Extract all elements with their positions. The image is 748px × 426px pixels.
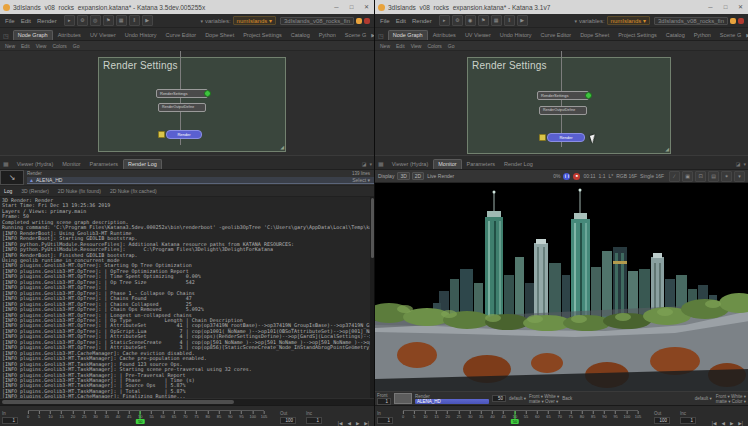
gear-icon[interactable]: ⚙ (452, 15, 463, 26)
tab[interactable]: Dope Sheet (201, 31, 238, 40)
check-icon[interactable]: ◉ (465, 15, 476, 26)
log-filter[interactable]: 2D Nuke (fix found) (58, 188, 101, 194)
scene-name-field[interactable]: 3dIslands_v08_rocks_fin (654, 17, 728, 25)
monitor-image-area[interactable] (375, 183, 748, 391)
dimension-button[interactable]: 2D (412, 172, 424, 180)
tab[interactable]: Catalog (287, 31, 314, 40)
gear-icon[interactable]: ⚙ (77, 15, 88, 26)
nodegraph-menu-item[interactable]: Colors (427, 43, 441, 49)
pin-icon[interactable]: ◪ (362, 161, 367, 167)
variables-control[interactable]: ▾ variables: numIslands ▾ (574, 16, 650, 25)
step-forward-icon[interactable]: ▶| (737, 420, 744, 426)
pop-out-arrow-icon[interactable]: ↘ (0, 170, 24, 185)
tab[interactable]: Curve Editor (537, 31, 576, 40)
catalog-entry[interactable]: Render ALENA_HD (415, 394, 489, 404)
flag-icon[interactable]: ⚑ (103, 15, 114, 26)
inc-field[interactable]: 1 (306, 417, 322, 424)
flag-icon[interactable]: ⚑ (478, 15, 489, 26)
render-pass-name[interactable]: ALENA_HD (415, 399, 489, 404)
panel-menu-icon[interactable]: ▾ (743, 161, 746, 167)
selected-render-item[interactable]: ▲ ALENA_HD Select ▾ (27, 177, 374, 184)
catalog-thumbnail[interactable] (394, 393, 412, 404)
tab[interactable]: Project Settings (239, 31, 286, 40)
minimize-icon[interactable]: ─ (703, 0, 718, 14)
target-icon[interactable]: ◎ (90, 15, 101, 26)
tab[interactable]: Python (690, 31, 715, 40)
tab[interactable]: Python (315, 31, 340, 40)
default-selector[interactable]: default ▾ (509, 396, 526, 401)
select-dropdown[interactable]: Select ▾ (352, 177, 374, 183)
panel-tab[interactable]: Viewer (Hydra) (388, 160, 433, 169)
panel-tab[interactable]: Parameters (463, 160, 499, 169)
playhead-label[interactable]: 50 (136, 419, 144, 424)
nodegraph-menu-item[interactable]: New (5, 43, 15, 49)
message-center-icon[interactable] (730, 18, 736, 24)
in-field[interactable]: 1 (377, 417, 393, 424)
menu-item[interactable]: Edit (18, 18, 34, 24)
close-icon[interactable]: ✕ (733, 0, 748, 14)
tab[interactable]: UV Viewer (86, 31, 120, 40)
nodegraph-menu-item[interactable]: Edit (21, 43, 30, 49)
timeline-ruler[interactable]: 0510152025303540455055606570758085909510… (28, 410, 264, 424)
variables-control[interactable]: ▾ variables: numIslands ▾ (200, 16, 276, 25)
pane-menu-icon[interactable]: ◳ (3, 32, 9, 39)
monitor-menu-icon[interactable]: ▾ (734, 171, 745, 182)
maximize-icon[interactable]: □ (344, 0, 359, 14)
grid-icon[interactable]: ▦ (491, 15, 502, 26)
node-renderoutputdefine[interactable]: RenderOutputDefine (539, 106, 587, 115)
nodegraph-menu-item[interactable]: Colors (52, 43, 66, 49)
slash-icon[interactable]: ∕ (669, 171, 680, 182)
live-render-label[interactable]: Live Render (427, 173, 454, 179)
pane-grid-icon[interactable]: ▦ (3, 160, 9, 167)
pin-icon[interactable]: ◪ (736, 161, 741, 167)
menu-item[interactable]: Render (34, 18, 60, 24)
stop-render-button[interactable]: ■ (573, 173, 580, 180)
render-flag-led-icon[interactable] (204, 90, 211, 97)
error-indicator-icon[interactable] (738, 18, 744, 24)
menu-item[interactable]: File (2, 18, 18, 24)
nodegraph-menu-item[interactable]: View (36, 43, 47, 49)
crop-icon[interactable]: ⊡ (695, 171, 706, 182)
front-matte-selector[interactable]: matte ▾ Over ▾ (529, 399, 559, 404)
dimension-button[interactable]: 3D (397, 172, 409, 180)
menu-item[interactable]: File (377, 18, 393, 24)
menu-item[interactable]: Render (409, 18, 435, 24)
nodegraph-menu-item[interactable]: Go (73, 43, 80, 49)
step-forward-icon[interactable]: ▶| (363, 420, 370, 426)
compare-icon[interactable]: ▣ (682, 171, 693, 182)
node-edit-badge-icon[interactable] (158, 131, 165, 138)
playhead[interactable] (140, 411, 141, 419)
tab[interactable]: Attributes (429, 31, 460, 40)
node-renderoutputdefine[interactable]: RenderOutputDefine (158, 103, 206, 112)
render-log-text[interactable]: 3D Render: Render Start Time: Fri Dec 13… (0, 197, 374, 401)
zoom-level[interactable]: 1:1 (599, 173, 606, 179)
log-filter[interactable]: Log (4, 188, 12, 194)
pane-menu-icon[interactable]: ◳ (378, 32, 384, 39)
panel-tab[interactable]: Render Log (500, 160, 537, 169)
snapshot-icon[interactable]: ✶ (721, 171, 732, 182)
pause-icon[interactable]: ‖ (504, 15, 515, 26)
maximize-icon[interactable]: □ (718, 0, 733, 14)
node-rendersettings[interactable]: RenderSettings (156, 89, 208, 98)
resize-grip-icon[interactable]: ◢ (665, 146, 669, 152)
menu-item[interactable]: Edit (393, 18, 409, 24)
panel-tab[interactable]: Viewer (Hydra) (13, 160, 58, 169)
tab[interactable]: Project Settings (614, 31, 661, 40)
exposure-control[interactable]: L* (609, 173, 614, 179)
title-bar[interactable]: 3dIslands_v08_rocks_expansion.katana* - … (0, 0, 374, 14)
close-icon[interactable]: ✕ (359, 0, 374, 14)
in-field[interactable]: 1 (2, 417, 18, 424)
variables-value[interactable]: numIslands ▾ (233, 16, 276, 25)
minimize-icon[interactable]: ─ (329, 0, 344, 14)
node-render[interactable]: Render (547, 133, 585, 142)
step-back-icon[interactable]: |◀ (711, 420, 718, 426)
pane-grid-icon[interactable]: ▦ (378, 160, 384, 167)
grid-icon[interactable]: ▦ (116, 15, 127, 26)
step-back-icon[interactable]: |◀ (337, 420, 344, 426)
resize-grip-icon[interactable]: ◢ (280, 144, 284, 150)
horizontal-scrollbar[interactable] (0, 398, 374, 405)
title-bar[interactable]: 3dIslands_v08_rocks_expansion.katana* - … (375, 0, 748, 14)
buffer-selector[interactable]: Single 16F (640, 173, 664, 179)
channel-selector[interactable]: RGB 16F (616, 173, 637, 179)
tab[interactable]: Node Graph (388, 30, 428, 40)
